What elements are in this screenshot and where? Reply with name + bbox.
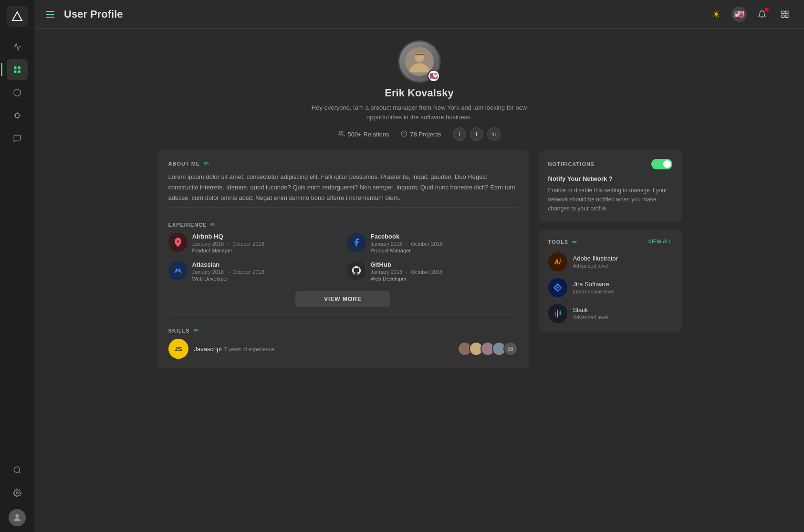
divider-2 [168,313,518,313]
notify-network-desc: Enable or disable this setting to manage… [548,186,672,214]
about-me-text: Lorem ipsum dolor sit amet, consectetur … [168,172,518,203]
skill-javascript: JS Javascript 7 years of experience 38 [168,339,518,359]
experience-grid: Airbnb HQ January 2018 • October 2018 Pr… [168,233,518,282]
svg-rect-21 [554,312,556,315]
relations-count: 500+ Relations [347,131,389,138]
about-me-header: ABOUT ME ✏ [168,160,518,167]
slack-logo [548,304,567,323]
sidebar-item-chat[interactable] [7,128,28,149]
sidebar-item-dashboard[interactable] [7,59,28,80]
javascript-experience: 7 years of experience [224,346,274,352]
sidebar-item-search[interactable] [7,459,28,480]
sidebar-user-avatar[interactable] [9,509,26,526]
apps-grid-icon[interactable] [777,7,793,22]
svg-point-28 [557,316,558,317]
airbnb-role: Product Manager [192,248,264,253]
toggle-thumb [663,160,671,168]
about-me-edit-icon[interactable]: ✏ [204,160,209,167]
atlassian-company: Atlassian [192,261,264,268]
svg-point-25 [554,315,556,316]
projects-count: 78 Projects [410,131,441,138]
left-card: ABOUT ME ✏ Lorem ipsum dolor sit amet, c… [157,150,529,368]
javascript-badge: JS [168,339,188,359]
experience-header: EXPERIENCE ✏ [168,221,518,228]
svg-rect-4 [18,71,21,73]
right-column: NOTIFICATIONS Notify Your Network ? Enab… [539,150,682,332]
about-me-section: ABOUT ME ✏ Lorem ipsum dolor sit amet, c… [168,160,518,211]
language-flag-icon[interactable]: 🇺🇸 [731,7,747,22]
linkedin-social-button[interactable]: in [487,127,501,141]
notifications-header: NOTIFICATIONS [548,159,672,169]
experience-facebook: Facebook January 2018 • October 2018 Pro… [347,233,518,253]
javascript-info: Javascript 7 years of experience [194,344,452,353]
profile-header: 🇺🇸 Erik Kovalsky Hey everyone, Iam a pro… [300,40,539,141]
content-area: 🇺🇸 Erik Kovalsky Hey everyone, Iam a pro… [34,29,804,532]
github-dates: January 2018 • October 2018 [371,269,443,275]
menu-icon[interactable] [46,11,54,18]
tools-edit-icon[interactable]: ✏ [572,239,577,246]
experience-edit-icon[interactable]: ✏ [210,221,216,228]
adobe-illustrator-info: Adobe Illustrator Advanced level [573,255,618,269]
theme-toggle-icon[interactable]: ☀ [709,7,724,22]
facebook-logo [347,233,366,252]
notifications-label: NOTIFICATIONS [548,161,595,167]
airbnb-logo [168,233,188,252]
facebook-social-button[interactable]: f [453,127,466,141]
notifications-card: NOTIFICATIONS Notify Your Network ? Enab… [539,150,682,222]
skill-count: 38 [503,342,518,356]
sidebar-item-settings[interactable] [7,482,28,503]
notifications-toggle[interactable] [651,159,672,169]
slack-level: Advanced level [573,314,609,320]
profile-stats: 500+ Relations 78 Projects f t in [338,127,500,141]
projects-icon [401,130,407,138]
experience-airbnb: Airbnb HQ January 2018 • October 2018 Pr… [168,233,339,253]
svg-rect-11 [786,11,788,13]
svg-rect-24 [557,313,558,316]
notification-bell-icon[interactable] [754,7,770,22]
svg-rect-12 [782,15,784,17]
experience-atlassian: Atlassian January 2018 • October 2018 We… [168,261,339,282]
sidebar-item-chip[interactable] [7,105,28,126]
svg-point-16 [339,131,342,133]
tools-header: TOOLS ✏ VIEW ALL [548,239,672,246]
github-company: GitHub [371,261,443,268]
airbnb-company: Airbnb HQ [192,233,264,240]
svg-rect-5 [15,114,19,117]
tools-card: TOOLS ✏ VIEW ALL Ai Adobe Illustrator Ad… [539,230,682,332]
header-icons: ☀ 🇺🇸 [709,7,793,22]
atlassian-info: Atlassian January 2018 • October 2018 We… [192,261,264,282]
adobe-illustrator-name: Adobe Illustrator [573,255,618,262]
sidebar-item-activity[interactable] [7,36,28,57]
divider-1 [168,207,518,208]
sidebar [0,0,34,532]
skills-section: SKILLS ✏ JS Javascript 7 years of experi… [168,327,518,359]
jira-software-level: Intermediate level [573,289,615,294]
jira-software-info: Jira Software Intermediate level [573,281,615,294]
cards-row: ABOUT ME ✏ Lorem ipsum dolor sit amet, c… [157,150,682,368]
logo[interactable] [7,6,28,27]
atlassian-dates: January 2018 • October 2018 [192,269,264,275]
skills-header: SKILLS ✏ [168,327,518,334]
svg-point-6 [14,467,20,472]
github-role: Web Developer [371,276,443,282]
svg-line-7 [19,471,20,473]
profile-bio: Hey everyone, Iam a product manager from… [300,103,539,122]
profile-country-flag: 🇺🇸 [428,70,440,82]
github-info: GitHub January 2018 • October 2018 Web D… [371,261,443,282]
jira-software-logo [548,278,567,297]
airbnb-dates: January 2018 • October 2018 [192,241,264,247]
slack-name: Slack [573,306,609,313]
view-more-button[interactable]: VIEW MORE [295,291,390,307]
relations-stat: 500+ Relations [338,130,389,138]
skills-edit-icon[interactable]: ✏ [194,327,199,334]
javascript-name: Javascript [194,345,222,353]
header: User Profile ☀ 🇺🇸 [34,0,804,29]
avatar-container: 🇺🇸 [398,40,441,83]
svg-point-26 [557,310,558,311]
view-all-tools-button[interactable]: VIEW ALL [648,239,672,245]
jira-software-name: Jira Software [573,281,615,288]
twitter-social-button[interactable]: t [470,127,483,141]
svg-rect-23 [559,312,561,315]
sidebar-item-cube[interactable] [7,82,28,103]
slack-info: Slack Advanced level [573,306,609,320]
